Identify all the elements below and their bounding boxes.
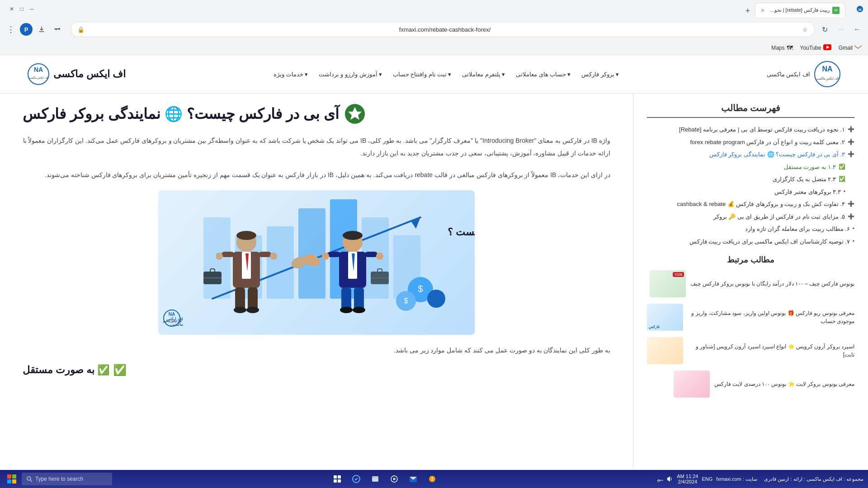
toc-item-7[interactable]: • ۷. توصیه کارشناسان اف ایکس ماکسی برای …	[647, 237, 854, 246]
site-header: NA اف ایکس ماکسی اف ایکس ماکسی ▾ بروکر ف…	[0, 55, 868, 94]
refresh-button[interactable]: ↻	[818, 23, 831, 36]
taskbar-icon-2[interactable]	[348, 471, 364, 487]
nav-item-platform[interactable]: ▾ پلتفرم معاملاتی	[462, 71, 505, 78]
tab-favicon: M	[832, 7, 840, 14]
toc-item-3[interactable]: ➕ ۳. آی بی در فارکس چیست؟ 🌐 نمایندگی برو…	[647, 150, 854, 159]
svg-text:آی بی در فارکس چیست ؟: آی بی در فارکس چیست ؟	[448, 225, 475, 238]
active-tab[interactable]: M ربیت فارکس [rebate] | نحو... ×	[755, 3, 845, 17]
svg-line-74	[30, 480, 32, 482]
gmail-icon	[854, 44, 862, 52]
download-button[interactable]	[35, 23, 48, 36]
address-bar-row: ← → ↻ 🔒 fxmaxi.com/rebate-cashback-forex…	[0, 18, 868, 41]
brand-logo-icon: NA اف ایکس ماکسی	[27, 63, 50, 85]
toc-item-6[interactable]: • ۶. مطالب ربیت برای معامله گران تازه وا…	[647, 225, 854, 234]
bookmark-gmail[interactable]: Gmail	[839, 44, 862, 52]
extensions-area: P ⋮	[5, 23, 63, 36]
taskbar-icon-6[interactable]: f	[424, 471, 440, 487]
svg-point-41	[343, 231, 363, 240]
svg-marker-83	[393, 478, 396, 480]
related-item-1[interactable]: بونوس فارکس چیف – ۱۰۰ دلار درآمد رایگان …	[647, 270, 854, 297]
svg-rect-34	[248, 287, 258, 310]
taskbar-icon-1[interactable]	[329, 471, 345, 487]
taskbar-search[interactable]: Type here to search	[22, 473, 112, 485]
taskbar-icon-3[interactable]	[367, 471, 383, 487]
toc-item-5[interactable]: ➕ ۵. مزایای ثبت نام در فارکس از طریق ای …	[647, 212, 854, 221]
related-item-4[interactable]: معرفی بونوس بروکر لایت ⭐ بونوس ۱۰۰ درصدی…	[647, 371, 854, 398]
bookmark-maps[interactable]: 🗺 Maps	[771, 44, 793, 52]
taskbar: Type here to search f مجموعه : اف ایکس م…	[0, 470, 868, 488]
minimize-button[interactable]: ─	[28, 5, 35, 13]
close-button[interactable]: ✕	[8, 5, 15, 13]
nav-item-broker[interactable]: ▾ بروکر فارکس	[581, 71, 619, 78]
profile-button[interactable]: P	[20, 23, 33, 36]
tab-bar: M ربیت فارکس [rebate] | نحو... × +	[39, 1, 849, 17]
nav-item-register[interactable]: ▾ ثبت نام وافتتاح حساب	[393, 71, 452, 78]
svg-rect-72	[12, 479, 16, 483]
nav-item-accounts[interactable]: ▾ حساب های معاملاتی	[516, 71, 571, 78]
bookmarks-bar: Gmail YouTube 🗺 Maps	[0, 41, 868, 55]
extensions-button[interactable]	[51, 23, 63, 36]
svg-point-52	[353, 307, 365, 313]
taskbar-icon-4[interactable]	[386, 471, 402, 487]
tab-close-button[interactable]: ×	[761, 7, 764, 14]
menu-button[interactable]: ⋮	[5, 23, 17, 36]
back-button[interactable]: ←	[851, 23, 863, 36]
taskbar-right: مجموعه : اف ایکس ماکسی : ارائه : ارمین ق…	[657, 474, 863, 484]
svg-point-60	[427, 290, 445, 308]
network-icon[interactable]	[657, 475, 664, 483]
toc-item-3-3[interactable]: • ۳.۳ بروکرهای معتبر فارکس	[647, 188, 854, 197]
svg-rect-46	[365, 252, 377, 257]
svg-text:اف ایکس ماکسی: اف ایکس ماکسی	[28, 76, 48, 80]
logo-area: NA اف ایکس ماکسی اف ایکس ماکسی	[767, 61, 841, 88]
svg-point-48	[376, 253, 383, 260]
volume-icon[interactable]	[666, 475, 673, 483]
toc-item-3-1[interactable]: ✅ ۱.۳ به صورت مستقل	[647, 163, 854, 172]
page-content: NA اف ایکس ماکسی اف ایکس ماکسی ▾ بروکر ف…	[0, 55, 868, 472]
image-watermark: NA اف ایکس ماکسی اف ایکس ماکسی	[163, 307, 199, 330]
main-content: فهرست مطالب ➕ ۱. نحوه دریافت ربیت فارکس …	[0, 94, 868, 469]
nav-arrow-services: ▾	[305, 71, 308, 78]
title-bar: M M ربیت فارکس [rebate] | نحو... × + ─ □…	[0, 0, 868, 18]
toc-item-1[interactable]: ➕ ۱. نحوه دریافت ربیت فارکس توسط ای بی |…	[647, 125, 854, 134]
taskbar-clock: 11:24 AM 2/4/2024	[677, 474, 698, 484]
svg-point-36	[246, 307, 259, 313]
toc-item-2[interactable]: ➕ ۲. معنی کلمه ربیت و انواع آن در فارکس …	[647, 138, 854, 147]
related-text-4: معرفی بونوس بروکر لایت ⭐ بونوس ۱۰۰ درصدی…	[714, 380, 854, 388]
svg-rect-55	[371, 277, 389, 278]
svg-rect-70	[12, 474, 16, 479]
nav-arrow-education: ▾	[379, 71, 382, 78]
nav-item-education[interactable]: ▾ آموزش وارزو و برداشت	[319, 71, 382, 78]
nav-item-services[interactable]: ▾ خدمات ویژه	[274, 71, 308, 78]
nav-arrow-broker: ▾	[616, 71, 619, 78]
toc-plus-icon-3: ➕	[848, 150, 854, 158]
svg-point-4	[58, 28, 60, 30]
logo-label: اف ایکس ماکسی	[767, 71, 810, 78]
bookmark-star-icon[interactable]: ☆	[802, 26, 808, 33]
thumb-badge-1: 100$	[673, 272, 684, 277]
svg-rect-3	[56, 28, 57, 30]
related-text-1: بونوس فارکس چیف – ۱۰۰ دلار درآمد رایگان …	[690, 280, 854, 288]
taskbar-icon-5[interactable]	[405, 471, 421, 487]
related-item-3[interactable]: اسپرد بروکر آرون کرویس ⭐ انواع اسپرد اسپ…	[647, 337, 854, 364]
article-heading: آی بی در فارکس چیست؟ 🌐 نمایندگی بروکر فا…	[23, 103, 610, 125]
svg-rect-78	[338, 479, 341, 483]
new-tab-button[interactable]: +	[741, 5, 754, 17]
svg-rect-49	[341, 287, 351, 310]
toc-item-3-2[interactable]: ✅ ۲.۳ متصل به یک کارگزاری	[647, 175, 854, 184]
brand-name: اف ایکس ماکسی	[53, 68, 126, 80]
toc-bullet-icon-7: •	[853, 237, 854, 245]
svg-rect-88	[658, 480, 663, 481]
svg-text:NA: NA	[34, 66, 43, 73]
bookmark-youtube[interactable]: YouTube	[800, 44, 831, 52]
address-bar[interactable]: 🔒 fxmaxi.com/rebate-cashback-forex/ ☆	[71, 22, 815, 37]
toc-item-4[interactable]: ➕ ۴. تفاوت کش بک و ربیت و بروکرهای فارکس…	[647, 200, 854, 209]
start-button[interactable]	[5, 472, 19, 486]
svg-rect-71	[7, 479, 11, 483]
maximize-button[interactable]: □	[18, 5, 25, 13]
related-item-2[interactable]: معرفی بونوس ربو فارکس 🎁 بونوس اولین واری…	[647, 304, 854, 331]
nav-arrow-platform: ▾	[502, 71, 505, 78]
article-sub-text: به طور کلی این نمایندگان به دو صورت عمل …	[23, 344, 610, 357]
svg-rect-76	[338, 475, 341, 479]
youtube-label: YouTube	[800, 45, 821, 51]
forward-button[interactable]: →	[835, 23, 847, 36]
